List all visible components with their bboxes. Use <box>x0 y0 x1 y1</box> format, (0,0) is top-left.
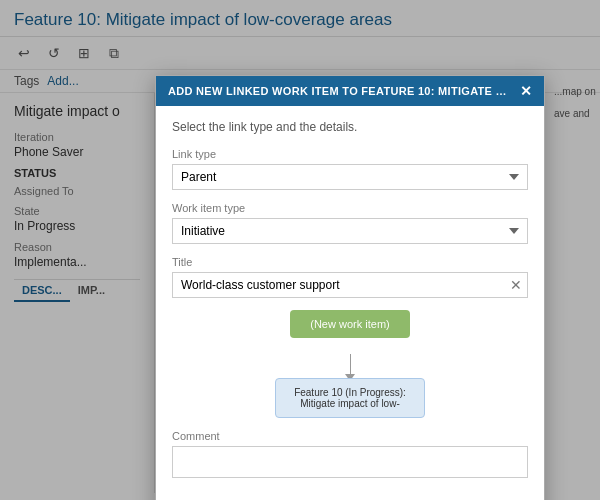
modal-subtitle: Select the link type and the details. <box>172 120 528 134</box>
link-type-label: Link type <box>172 148 528 160</box>
modal-title: ADD NEW LINKED WORK ITEM TO FEATURE 10: … <box>168 85 508 97</box>
modal-body: Select the link type and the details. Li… <box>156 106 544 500</box>
title-input[interactable] <box>172 272 528 298</box>
arrow-line <box>350 354 351 374</box>
comment-label: Comment <box>172 430 528 442</box>
title-clear-icon[interactable]: ✕ <box>510 277 522 293</box>
work-item-type-label: Work item type <box>172 202 528 214</box>
link-type-group: Link type Parent Child Related Predecess… <box>172 148 528 190</box>
feature-node: Feature 10 (In Progress):Mitigate impact… <box>275 378 425 418</box>
comment-group: Comment <box>172 430 528 481</box>
modal-header: ADD NEW LINKED WORK ITEM TO FEATURE 10: … <box>156 76 544 106</box>
new-node-label: (New work item) <box>310 318 389 330</box>
feature-node-label: Feature 10 (In Progress):Mitigate impact… <box>294 387 406 409</box>
link-type-select[interactable]: Parent Child Related Predecessor Success… <box>172 164 528 190</box>
modal-dialog: ADD NEW LINKED WORK ITEM TO FEATURE 10: … <box>155 75 545 500</box>
diagram-arrow <box>345 354 355 381</box>
diagram-area: (New work item) Feature 10 (In Progress)… <box>172 310 528 420</box>
new-work-item-node: (New work item) <box>290 310 410 338</box>
title-label: Title <box>172 256 528 268</box>
title-input-wrapper: ✕ <box>172 272 528 298</box>
comment-input[interactable] <box>172 446 528 478</box>
modal-close-button[interactable]: ✕ <box>520 84 532 98</box>
title-group: Title ✕ <box>172 256 528 298</box>
work-item-type-group: Work item type Initiative Feature Epic S… <box>172 202 528 244</box>
work-item-type-select[interactable]: Initiative Feature Epic Story Task Bug <box>172 218 528 244</box>
